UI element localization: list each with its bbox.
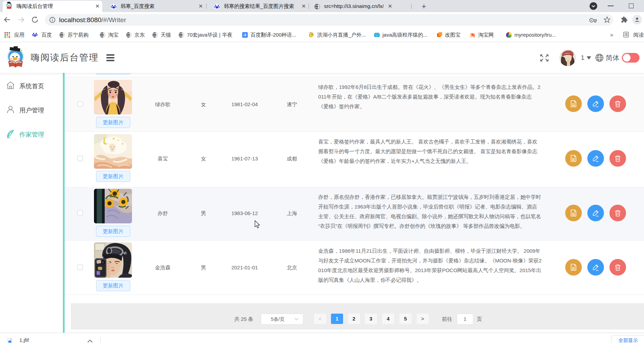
svg-text:淘: 淘: [470, 33, 475, 38]
svg-text:译: 译: [243, 33, 247, 37]
svg-text:du: du: [34, 35, 36, 37]
